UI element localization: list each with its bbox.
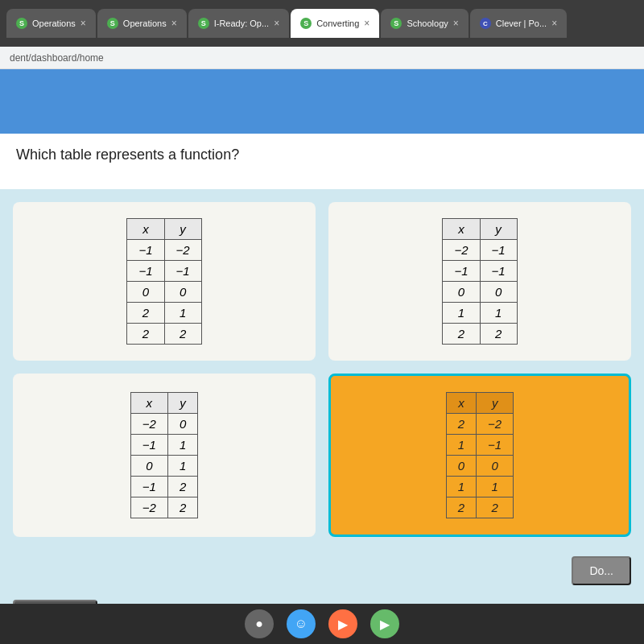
col-x-a: x <box>127 219 164 240</box>
tab-close-4[interactable]: × <box>364 18 369 29</box>
table-d: x y 2−2 1−1 00 11 22 <box>446 392 514 518</box>
option-d[interactable]: x y 2−2 1−1 00 11 22 <box>328 374 631 537</box>
table-row: 2−2 <box>446 414 513 435</box>
tab-label-6: Clever | Po... <box>496 19 547 28</box>
tab-clever[interactable]: C Clever | Po... × <box>470 9 567 38</box>
taskbar-play-icon[interactable]: ▶ <box>370 609 399 638</box>
address-bar[interactable]: dent/dashboard/home <box>0 47 644 69</box>
header-band <box>0 69 644 134</box>
tab-iready[interactable]: S I-Ready: Op... × <box>188 9 290 38</box>
col-x-b: x <box>443 219 480 240</box>
taskbar-smiley-icon[interactable]: ☺ <box>287 609 316 638</box>
table-row: −12 <box>130 477 197 497</box>
table-row: 00 <box>443 282 517 303</box>
table-b: x y −2−1 −1−1 00 11 22 <box>442 218 517 345</box>
tab-icon-5: S <box>390 18 402 29</box>
option-b[interactable]: x y −2−1 −1−1 00 11 22 <box>328 202 631 361</box>
tab-icon-4: S <box>300 18 312 29</box>
tab-label-5: Schoology <box>407 19 448 28</box>
tab-close-6[interactable]: × <box>551 18 557 29</box>
tab-close-3[interactable]: × <box>274 18 279 29</box>
tab-icon-3: S <box>198 18 209 29</box>
tab-icon-2: S <box>107 18 118 29</box>
tab-label-4: Converting <box>316 19 359 28</box>
col-y-d: y <box>477 393 514 414</box>
table-row: 01 <box>130 456 197 477</box>
tab-operations-1[interactable]: S Operations × <box>6 9 96 38</box>
table-row: 22 <box>127 324 201 345</box>
table-row: 00 <box>446 456 513 477</box>
tab-converting[interactable]: S Converting × <box>291 9 379 38</box>
col-x-d: x <box>446 393 476 414</box>
done-area: Do... <box>0 550 644 592</box>
tab-icon-1: S <box>16 18 27 29</box>
table-row: −1−2 <box>127 240 201 261</box>
tab-schoology[interactable]: S Schoology × <box>381 9 468 38</box>
question-text: Which table represents a function? <box>16 147 628 163</box>
table-row: −22 <box>130 497 197 518</box>
tab-label-1: Operations <box>32 19 76 28</box>
options-grid: x y −1−2 −1−1 00 21 22 x y −2−1 <box>0 189 644 550</box>
table-row: 00 <box>127 282 201 303</box>
col-y-c: y <box>167 393 197 414</box>
table-row: 1−1 <box>446 435 513 456</box>
table-row: −1−1 <box>127 261 201 282</box>
table-row: 11 <box>446 477 513 497</box>
taskbar: ● ☺ ▶ ▶ <box>0 604 644 644</box>
option-a[interactable]: x y −1−2 −1−1 00 21 22 <box>13 202 316 361</box>
done-button[interactable]: Do... <box>572 556 631 585</box>
tab-label-2: Operations <box>123 19 167 28</box>
table-a: x y −1−2 −1−1 00 21 22 <box>126 218 201 345</box>
table-row: 11 <box>443 303 517 324</box>
taskbar-circle-icon[interactable]: ● <box>245 609 274 638</box>
table-row: −11 <box>130 435 197 456</box>
tab-icon-6: C <box>480 18 491 29</box>
option-c[interactable]: x y −20 −11 01 −12 −22 <box>13 374 316 537</box>
col-y-a: y <box>164 219 201 240</box>
tab-label-3: I-Ready: Op... <box>214 19 269 28</box>
table-row: −1−1 <box>443 261 517 282</box>
table-row: 22 <box>443 324 517 345</box>
table-row: −2−1 <box>443 240 517 261</box>
tab-close-2[interactable]: × <box>171 18 177 29</box>
table-row: 22 <box>446 497 513 518</box>
tab-close-5[interactable]: × <box>453 18 459 29</box>
address-text: dent/dashboard/home <box>10 52 104 64</box>
col-x-c: x <box>130 393 167 414</box>
browser-tabs: S Operations × S Operations × S I-Ready:… <box>0 0 644 47</box>
col-y-b: y <box>480 219 517 240</box>
tab-close-1[interactable]: × <box>80 18 86 29</box>
table-row: 21 <box>127 303 201 324</box>
table-c: x y −20 −11 01 −12 −22 <box>130 392 198 518</box>
taskbar-arrow-icon[interactable]: ▶ <box>328 609 357 638</box>
question-area: Which table represents a function? <box>0 134 644 189</box>
table-row: −20 <box>130 414 197 435</box>
tab-operations-2[interactable]: S Operations × <box>97 9 187 38</box>
